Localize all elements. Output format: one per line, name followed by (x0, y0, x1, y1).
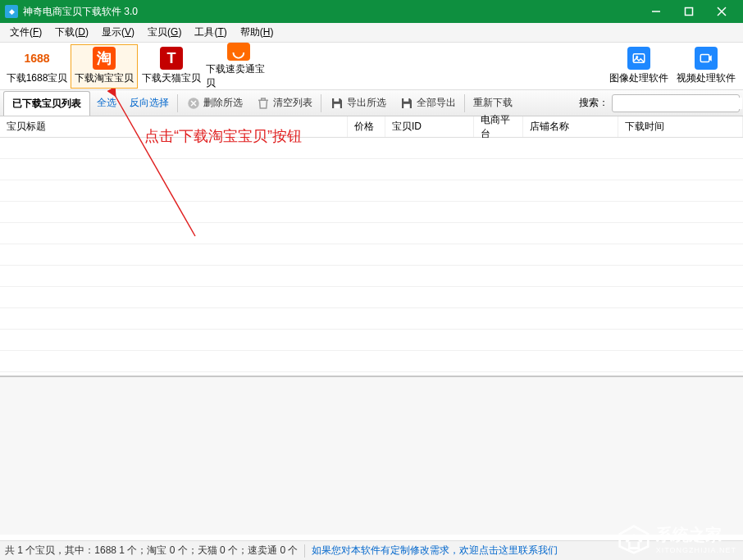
svg-rect-1 (686, 8, 693, 16)
app-title: 神奇电商宝贝下载软件 3.0 (23, 5, 138, 19)
watermark-sub: XITONGZHIJIA.NET (656, 546, 736, 554)
col-shop[interactable]: 店铺名称 (523, 116, 618, 137)
main-toolbar: 1688 下载1688宝贝 淘 下载淘宝宝贝 T 下载天猫宝贝 ◡ 下载速卖通宝… (0, 43, 743, 90)
download-sutong-button[interactable]: ◡ 下载速卖通宝贝 (205, 44, 272, 89)
taobao-icon: 淘 (93, 47, 116, 70)
menu-file[interactable]: 文件(F) (3, 25, 48, 39)
svg-rect-11 (334, 103, 340, 107)
delete-selected-button[interactable]: 删除所选 (180, 91, 249, 116)
menu-tools[interactable]: 工具(T) (188, 25, 233, 39)
tb-label: 下载天猫宝贝 (142, 71, 201, 85)
col-price[interactable]: 价格 (348, 116, 385, 137)
download-tmall-button[interactable]: T 下载天猫宝贝 (138, 44, 205, 89)
contact-link[interactable]: 如果您对本软件有定制修改需求，欢迎点击这里联系我们 (312, 544, 558, 558)
search-label: 搜索： (579, 96, 609, 110)
maximize-button[interactable] (672, 0, 705, 23)
export-selected-button[interactable]: 导出所选 (323, 91, 393, 116)
watermark: 系统之家 XITONGZHIJIA.NET (615, 522, 736, 555)
menu-bar: 文件(F) 下载(D) 显示(V) 宝贝(G) 工具(T) 帮助(H) (0, 23, 743, 43)
save-icon (330, 96, 344, 111)
tb-label: 下载1688宝贝 (7, 71, 68, 85)
menu-goods[interactable]: 宝贝(G) (141, 25, 188, 39)
svg-rect-10 (334, 98, 339, 102)
title-bar: ◆ 神奇电商宝贝下载软件 3.0 (0, 0, 743, 23)
list-toolbar: 已下载宝贝列表 全选 反向选择 删除所选 清空列表 导出所选 全部导出 重新下载… (0, 90, 743, 116)
svg-rect-12 (403, 98, 408, 102)
tb-label: 下载淘宝宝贝 (75, 71, 134, 85)
sutong-icon: ◡ (227, 43, 250, 61)
download-taobao-button[interactable]: 淘 下载淘宝宝贝 (71, 44, 138, 89)
table-header: 宝贝标题 价格 宝贝ID 电商平台 店铺名称 下载时间 (0, 116, 743, 138)
image-software-button[interactable]: 图像处理软件 (605, 44, 672, 89)
tb-label: 视频处理软件 (677, 71, 736, 85)
redownload-button[interactable]: 重新下载 (467, 91, 519, 116)
save-all-icon (399, 96, 414, 111)
minimize-button[interactable] (640, 0, 672, 23)
export-all-button[interactable]: 全部导出 (393, 91, 463, 116)
trash-icon (256, 96, 271, 111)
app-icon: ◆ (5, 5, 18, 18)
menu-help[interactable]: 帮助(H) (234, 25, 280, 39)
clear-list-button[interactable]: 清空列表 (249, 91, 319, 116)
video-software-button[interactable]: 视频处理软件 (672, 44, 740, 89)
menu-view[interactable]: 显示(V) (95, 25, 141, 39)
detail-pane (0, 376, 743, 535)
image-icon (627, 47, 650, 70)
col-time[interactable]: 下载时间 (618, 116, 743, 137)
invert-selection-button[interactable]: 反向选择 (123, 91, 175, 116)
svg-rect-13 (403, 103, 410, 107)
video-icon (695, 47, 718, 70)
1688-icon: 1688 (25, 47, 48, 70)
status-count: 共 1 个宝贝，其中：1688 1 个；淘宝 0 个；天猫 0 个；速卖通 0 … (5, 544, 298, 558)
download-1688-button[interactable]: 1688 下载1688宝贝 (3, 44, 71, 89)
close-button[interactable] (705, 0, 738, 23)
search-input[interactable] (613, 98, 742, 109)
svg-rect-6 (700, 55, 709, 62)
menu-download[interactable]: 下载(D) (48, 25, 95, 39)
tb-label: 图像处理软件 (609, 71, 668, 85)
tb-label: 下载速卖通宝贝 (206, 62, 271, 90)
table-body (0, 138, 743, 376)
select-all-button[interactable]: 全选 (90, 91, 123, 116)
watermark-text: 系统之家 (656, 526, 722, 544)
col-platform[interactable]: 电商平台 (474, 116, 523, 137)
delete-icon (186, 96, 201, 111)
downloaded-tab[interactable]: 已下载宝贝列表 (3, 91, 90, 116)
col-id[interactable]: 宝贝ID (385, 116, 474, 137)
tmall-icon: T (160, 47, 183, 70)
col-title[interactable]: 宝贝标题 (0, 116, 348, 137)
search-box (612, 94, 740, 112)
